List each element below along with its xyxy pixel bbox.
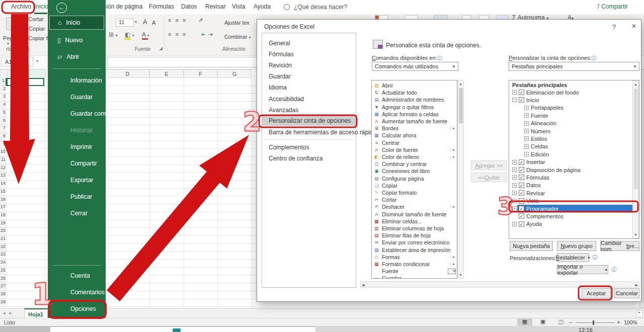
backstage-item-imprimir[interactable]: Imprimir (70, 143, 92, 150)
row-header-22[interactable]: 22 (0, 244, 7, 252)
expand-icon[interactable]: + (512, 183, 517, 188)
fill-color-icon[interactable]: ◧ ▾ (125, 31, 134, 38)
row-header-3[interactable]: 3 (0, 94, 7, 102)
row-header-7[interactable]: 7 (0, 125, 7, 133)
tree-item-programador[interactable]: +✓Programador (509, 205, 632, 212)
command-item-color-de-fuente[interactable]: AColor de fuente▸ (372, 146, 457, 153)
horizontal-align-icons[interactable]: ≡≡≡ (168, 31, 190, 37)
decrease-font-icon[interactable]: A (152, 20, 155, 26)
commands-scrollbar[interactable]: ▲ ▼ (457, 80, 464, 279)
font-size-box[interactable]: 11 (116, 19, 134, 27)
tree-item-alineaci-n[interactable]: +Alineación (509, 120, 632, 127)
share-button[interactable]: ⤴ Compartir (597, 3, 628, 10)
row-header-11[interactable]: 11 (0, 157, 7, 165)
scroll-up-icon[interactable]: ▲ (458, 82, 463, 86)
paste-label[interactable]: Pegar (3, 35, 18, 41)
row-header-16[interactable]: 16 (0, 197, 7, 205)
import-export-button[interactable]: Importar o exportar▼ (557, 265, 608, 274)
row-header-13[interactable]: 13 (0, 173, 7, 181)
wrap-text-button[interactable]: Ajustar tex (224, 20, 250, 26)
command-item-color-de-relleno[interactable]: ◧Color de relleno▸ (372, 153, 457, 160)
row-header-23[interactable]: 23 (0, 252, 7, 260)
zoom-level[interactable]: 100% (624, 319, 637, 325)
row-header-14[interactable]: 14 (0, 181, 7, 189)
tab-inicio[interactable]: Inicio (34, 3, 48, 10)
ok-button[interactable]: Aceptar (582, 288, 611, 298)
command-item-eliminar-columnas-de-hoja[interactable]: ▥Eliminar columnas de hoja (372, 225, 457, 232)
command-item-guardar[interactable]: ▭Guardar (372, 275, 457, 279)
collapse-icon[interactable]: − (512, 98, 517, 102)
expand-icon[interactable]: + (512, 206, 517, 211)
name-box[interactable]: A1 (1, 57, 33, 66)
font-dialog-launcher-icon[interactable]: ◢ (159, 46, 163, 51)
row-header-28[interactable]: 28 (0, 291, 7, 299)
row-header-26[interactable]: 26 (0, 276, 7, 284)
backstage-item-abrir[interactable]: ▱Abrir (49, 50, 104, 64)
expand-icon[interactable]: + (524, 129, 529, 133)
row-header-17[interactable]: 17 (0, 204, 7, 212)
expand-icon[interactable]: + (512, 175, 517, 180)
row-header-20[interactable]: 20 (0, 228, 7, 236)
vertical-align-icons[interactable]: ≡≡≡ (168, 17, 190, 23)
flyout-arrow-icon[interactable]: ▸ (450, 148, 457, 152)
command-item-establecer-rea-de-impresi-n[interactable]: ▤Establecer área de impresión (372, 246, 457, 254)
font-name-combo-icon[interactable]: I▾ (448, 269, 456, 274)
command-item-centrar[interactable]: ≡Centrar (372, 139, 457, 146)
flyout-arrow-icon[interactable]: ▸ (450, 205, 457, 209)
checkbox-ayuda[interactable]: ✓ (519, 221, 524, 227)
row-header-15[interactable]: 15 (0, 189, 7, 197)
tree-item-fuente[interactable]: +Fuente (509, 112, 632, 119)
tree-scrollbar[interactable]: ▲ ▼ (632, 80, 639, 238)
command-item-administrador-de-nombres[interactable]: ▤Administrador de nombres (372, 96, 457, 103)
dialog-hscrollbar[interactable]: ◀ ▶ (360, 281, 639, 288)
checkbox-revisar[interactable]: ✓ (519, 190, 524, 196)
format-table-icon[interactable] (405, 15, 418, 19)
rename-button[interactable]: Cambiar nombre... (600, 241, 639, 251)
command-item-aumentar-tama-o-de-fuente[interactable]: AAumentar tamaño de fuente (372, 118, 457, 125)
checkbox-insertar[interactable]: ✓ (519, 159, 524, 165)
cell-styles-icon[interactable] (434, 15, 448, 19)
command-item-cortar[interactable]: ✂Cortar (372, 196, 457, 203)
backstage-item-cuenta[interactable]: Cuenta (70, 272, 90, 279)
copy-button[interactable]: ❏ Copiar (22, 26, 45, 32)
row-header-12[interactable]: 12 (0, 165, 7, 173)
remove-command-button[interactable]: << Quitar (471, 173, 507, 182)
tree-item-edici-n[interactable]: +Edición (509, 150, 632, 158)
add-command-button[interactable]: Agregar >> (471, 160, 507, 170)
tree-item-insertar[interactable]: +✓Insertar (509, 158, 632, 166)
options-nav-barra-de-herramientas-de-acceso-r-pido[interactable]: Barra de herramientas de acceso rápido (262, 127, 356, 137)
command-item-aplicar-formato-a-celdas[interactable]: ▦Aplicar formato a celdas (372, 111, 457, 118)
column-header-g[interactable]: G (217, 69, 252, 78)
expand-icon[interactable]: + (512, 160, 517, 164)
options-nav-guardar[interactable]: Guardar (262, 71, 356, 81)
checkbox-programador[interactable]: ✓ (519, 206, 524, 211)
command-item-enviar-por-correo-electr-nico[interactable]: ✉Enviar por correo electrónico (372, 239, 457, 246)
row-header-24[interactable]: 24 (0, 260, 7, 268)
expand-icon[interactable]: + (512, 191, 517, 195)
tree-item-complementos[interactable]: ✓Complementos (509, 212, 632, 220)
row-header-29[interactable]: 29 (0, 299, 7, 307)
command-item-agregar-o-quitar-filtros[interactable]: ▼Agregar o quitar filtros (372, 104, 457, 111)
scroll-left-icon[interactable]: ◀ (362, 283, 364, 287)
tab-ayuda[interactable]: Ayuda (254, 3, 271, 10)
command-item-fuente[interactable]: FuenteI▾ (372, 268, 457, 275)
scroll-right-icon[interactable]: ▶ (635, 283, 638, 287)
checkbox-inicio[interactable]: ✓ (519, 97, 524, 103)
reset-button[interactable]: Restablecer▼ (557, 253, 589, 262)
tree-item-portapapeles[interactable]: +Portapapeles (509, 104, 632, 112)
hscroll-right-arrow[interactable]: ▸ (636, 310, 643, 317)
row-header-10[interactable]: 10 (0, 149, 7, 157)
name-box-dropdown[interactable]: ▾ (36, 59, 38, 63)
command-item-eliminar-celdas-[interactable]: ▦Eliminar celdas... (372, 218, 457, 225)
delete-cells-icon[interactable] (479, 15, 489, 19)
row-header-2[interactable]: 2 (0, 86, 7, 94)
autosum-button[interactable]: Σ Autosuma ▾ (512, 14, 548, 19)
options-nav-idioma[interactable]: Idioma (262, 82, 356, 93)
command-item-copiar-formato[interactable]: ✎Copiar formato (372, 189, 457, 196)
options-nav-avanzadas[interactable]: Avanzadas (262, 105, 356, 115)
tab-vista[interactable]: Vista (232, 3, 245, 10)
row-header-8[interactable]: 8 (0, 133, 7, 141)
options-nav-centro-de-confianza[interactable]: Centro de confianza (262, 153, 356, 163)
orientation-icon[interactable]: ⇗ (198, 17, 203, 24)
scroll-down-icon[interactable]: ▼ (633, 233, 638, 236)
